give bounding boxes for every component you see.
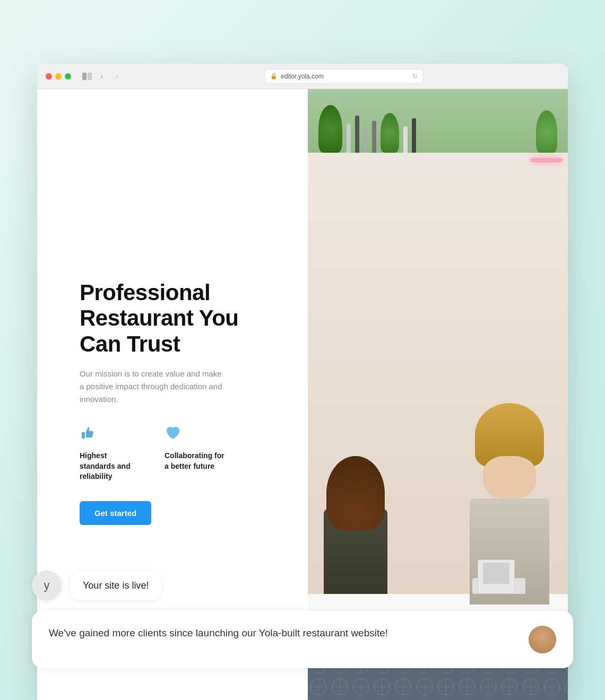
thumbs-up-icon [80,425,143,445]
browser-toolbar: ‹ › [82,71,122,82]
traffic-lights [46,73,71,80]
shelf-items [308,89,568,158]
forward-button[interactable]: › [111,71,122,82]
features-row: Highest standards and reliability Collab… [80,425,281,482]
bottle-6 [412,118,416,153]
get-started-button[interactable]: Get started [80,501,151,525]
address-bar[interactable]: 🔒 editor.yola.com ↻ [264,69,424,84]
feature-item-standards: Highest standards and reliability [80,425,143,482]
svg-rect-1 [88,73,92,80]
maximize-button[interactable] [65,73,71,80]
url-text: editor.yola.com [281,73,324,80]
live-message-text: Your site is live! [83,580,149,591]
plant-3 [536,110,557,153]
back-button[interactable]: ‹ [97,71,107,82]
feature-label-standards: Highest standards and reliability [80,451,143,482]
user-avatar [529,626,556,653]
yola-avatar: y [32,571,62,600]
person-left-hair [326,456,385,530]
refresh-icon[interactable]: ↻ [412,73,418,80]
bottle-4 [372,121,376,153]
person-right-head [483,456,536,498]
bottle-1 [347,124,351,153]
user-avatar-face [529,626,556,653]
close-button[interactable] [46,73,52,80]
testimonial-text: We've gained more clients since launchin… [49,626,518,641]
hero-title: Professional Restaurant You Can Trust [80,280,281,357]
bottle-3 [364,129,368,153]
neon-light [531,158,563,162]
live-bubble: Your site is live! [70,572,161,600]
sidebar-toggle-icon[interactable] [82,71,92,82]
yola-avatar-label: y [44,579,50,592]
heart-icon [165,425,228,445]
hero-subtitle: Our mission is to create value and make … [80,368,228,406]
browser-chrome: ‹ › 🔒 editor.yola.com ↻ [37,64,568,89]
testimonial-bubble: We've gained more clients since launchin… [32,611,573,668]
minimize-button[interactable] [55,73,62,80]
plant-1 [318,105,342,153]
lock-icon: 🔒 [270,73,278,80]
bottle-2 [355,116,359,153]
address-bar-container: 🔒 editor.yola.com ↻ [128,69,559,84]
feature-item-collaborating: Collaborating for a better future [165,425,228,482]
bottle-5 [403,126,408,153]
feature-label-collaborating: Collaborating for a better future [165,451,228,471]
live-chat-row: y Your site is live! [32,571,573,600]
plant-2 [381,113,399,153]
chat-section: y Your site is live! We've gained more c… [0,571,605,668]
svg-rect-0 [82,73,87,80]
